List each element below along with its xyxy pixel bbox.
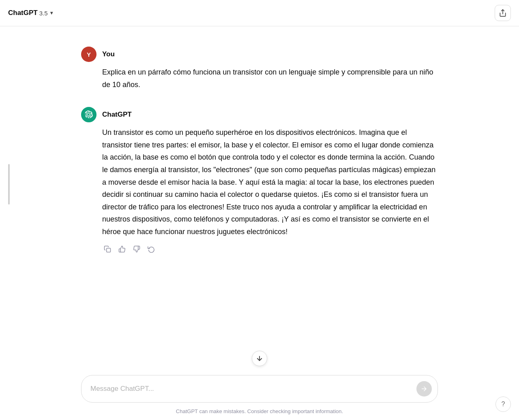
app-header: ChatGPT 3.5 ▾ <box>0 0 519 26</box>
chevron-down-icon: ▾ <box>50 10 53 16</box>
regenerate-icon <box>148 245 155 253</box>
gpt-action-buttons <box>102 244 438 254</box>
scroll-to-bottom-button[interactable] <box>252 351 267 366</box>
arrow-down-icon <box>256 355 263 362</box>
user-sender-name: You <box>102 50 115 58</box>
gpt-message-block: ChatGPT Un transistor es como un pequeño… <box>0 99 519 262</box>
input-area <box>0 370 519 406</box>
share-icon <box>499 9 507 17</box>
message-input[interactable] <box>90 385 412 393</box>
gpt-sender-name: ChatGPT <box>102 111 132 119</box>
help-icon: ? <box>502 401 505 408</box>
user-avatar-letter: Y <box>87 51 91 58</box>
gpt-avatar <box>81 107 97 122</box>
share-button[interactable] <box>495 5 511 21</box>
thumbs-down-icon <box>133 245 140 253</box>
chatgpt-logo-icon <box>85 111 93 119</box>
regenerate-button[interactable] <box>146 244 157 254</box>
svg-rect-1 <box>107 248 111 252</box>
app-name: ChatGPT <box>8 9 38 17</box>
gpt-message-content: Un transistor es como un pequeño superhé… <box>102 126 438 238</box>
footer-disclaimer: ChatGPT can make mistakes. Consider chec… <box>0 406 519 420</box>
user-avatar: Y <box>81 47 97 62</box>
gpt-message-header: ChatGPT <box>81 107 438 122</box>
scrollbar-thumb <box>8 164 10 205</box>
thumbs-up-button[interactable] <box>117 244 127 254</box>
input-container <box>81 375 438 403</box>
user-message-content: Explica en un párrafo cómo funciona un t… <box>102 66 438 91</box>
copy-button[interactable] <box>102 244 113 254</box>
send-icon <box>420 385 428 392</box>
disclaimer-text: ChatGPT can make mistakes. Consider chec… <box>176 408 343 414</box>
user-message-block: Y You Explica en un párrafo cómo funcion… <box>0 38 519 99</box>
app-title-button[interactable]: ChatGPT 3.5 ▾ <box>8 9 53 17</box>
user-message-header: Y You <box>81 47 438 62</box>
send-button[interactable] <box>416 381 432 397</box>
app-version: 3.5 <box>39 10 48 17</box>
chat-area: Y You Explica en un párrafo cómo funcion… <box>0 26 519 370</box>
thumbs-down-button[interactable] <box>131 244 142 254</box>
help-button[interactable]: ? <box>495 397 511 412</box>
thumbs-up-icon <box>118 245 126 253</box>
copy-icon <box>104 245 111 253</box>
